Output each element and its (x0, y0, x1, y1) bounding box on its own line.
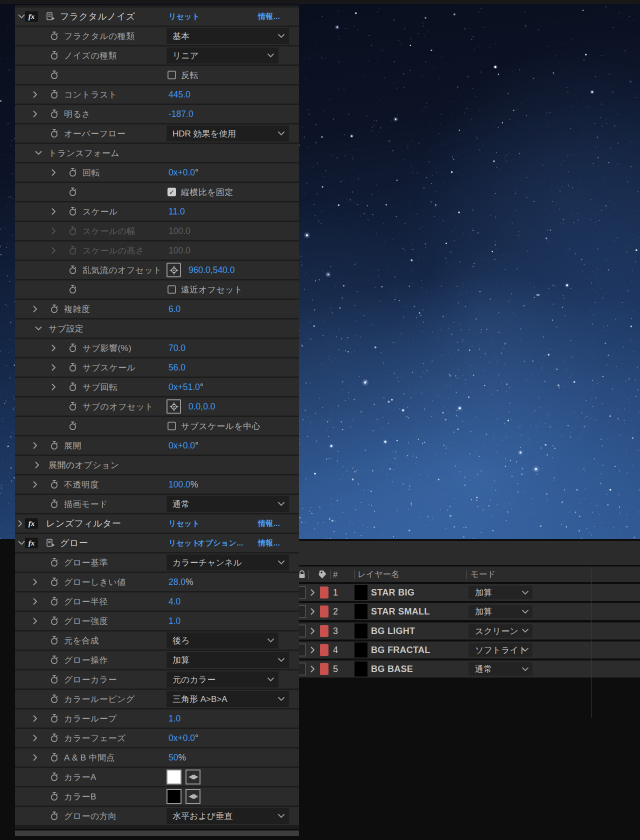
stopwatch-icon-complexity[interactable] (50, 304, 58, 314)
stopwatch-icon-glow-radius[interactable] (50, 597, 58, 606)
layer-label-color[interactable] (320, 586, 328, 598)
layer-row-bg-base[interactable]: 5BG BASE通常 (280, 660, 640, 678)
layer-label-color[interactable] (320, 625, 328, 637)
effect-twirl-lens-filter[interactable] (18, 520, 22, 527)
twirl-opacity[interactable] (33, 481, 38, 488)
twirl-color-loop[interactable] (33, 715, 38, 722)
effect-link-glow-options[interactable]: オプション... (198, 538, 244, 548)
stopwatch-icon-noise-type[interactable] (50, 51, 58, 60)
stopwatch-icon-glow-threshold[interactable] (50, 578, 58, 587)
effect-twirl-fractal-noise[interactable] (18, 14, 25, 19)
param-value-turbulence-offset[interactable]: 960.0,540.0 (188, 265, 234, 276)
stopwatch-icon-glow-intensity[interactable] (50, 616, 58, 626)
fx-toggle-lens-filter[interactable]: fx (25, 518, 38, 529)
group-twirl-sub-settings-group[interactable] (35, 326, 42, 331)
layer-label-color[interactable] (320, 663, 328, 675)
param-value-complexity[interactable]: 6.0 (168, 304, 180, 314)
stopwatch-icon-rotation[interactable] (68, 168, 77, 178)
layer-mode-dropdown[interactable]: ソフトライト (468, 643, 532, 656)
stopwatch-icon-color-b[interactable] (50, 792, 58, 802)
twirl-rotation[interactable] (52, 169, 56, 176)
checkbox-lock-aspect[interactable]: ✓ (168, 188, 176, 196)
panel-bottom-bar[interactable] (15, 830, 299, 836)
param-value-glow-radius[interactable]: 4.0 (168, 596, 180, 607)
effect-name-glow[interactable]: グロー (60, 537, 88, 549)
param-value-scale[interactable]: 11.0 (168, 206, 185, 217)
layer-name[interactable]: BG FRACTAL (371, 644, 430, 655)
dropdown-glow-operation[interactable]: 加算 (166, 652, 289, 668)
lock-icon[interactable] (298, 570, 306, 579)
stopwatch-icon-invert[interactable] (50, 70, 58, 80)
stopwatch-icon-brightness[interactable] (50, 110, 58, 119)
dropdown-color-looping[interactable]: 三角形 A>B>A (166, 691, 289, 707)
dropdown-composite-original[interactable]: 後ろ (166, 632, 278, 648)
param-value-color-phase[interactable]: 0x+0.0° (168, 733, 198, 744)
stopwatch-icon-scale[interactable] (68, 207, 77, 216)
twirl-scale[interactable] (52, 208, 56, 215)
twirl-glow-radius[interactable] (33, 598, 38, 605)
twirl-contrast[interactable] (33, 91, 38, 98)
twirl-sub-influence[interactable] (52, 344, 56, 352)
layer-switch-box[interactable] (298, 644, 306, 656)
stopwatch-icon-glow-direction[interactable] (50, 812, 58, 821)
stopwatch-icon-color-a[interactable] (50, 772, 58, 782)
stopwatch-icon-color-loop[interactable] (50, 714, 58, 724)
fx-toggle-fractal-noise[interactable]: fx (25, 12, 38, 22)
stopwatch-icon-sub-influence[interactable] (68, 344, 77, 353)
twirl-brightness[interactable] (33, 110, 38, 118)
param-value-sub-offset[interactable]: 0.0,0.0 (188, 402, 216, 412)
twirl-sub-scale[interactable] (52, 364, 56, 371)
dropdown-fractal-type[interactable]: 基本 (166, 28, 289, 44)
layer-mode-dropdown[interactable]: 通常 (468, 662, 532, 676)
group-twirl-transform-group[interactable] (35, 151, 42, 156)
twirl-ab-midpoint[interactable] (33, 754, 38, 761)
layer-mode-dropdown[interactable]: スクリーン (468, 624, 532, 638)
stopwatch-icon-contrast[interactable] (50, 90, 58, 100)
dropdown-blend-mode[interactable]: 通常 (166, 496, 289, 512)
twirl-evolution[interactable] (33, 442, 38, 449)
stopwatch-icon-center-subscale[interactable] (68, 422, 77, 431)
checkbox-perspective-offset[interactable] (168, 286, 176, 294)
fx-toggle-glow[interactable]: fx (25, 538, 38, 548)
stopwatch-icon-sub-rotation[interactable] (68, 382, 77, 392)
param-value-glow-threshold[interactable]: 28.0% (168, 577, 194, 588)
layer-twirl-icon[interactable] (310, 646, 315, 654)
dropdown-overflow[interactable]: HDR 効果を使用 (166, 126, 289, 142)
stopwatch-icon-sub-offset[interactable] (68, 402, 77, 412)
column-mode[interactable]: モード (470, 569, 496, 580)
layer-name[interactable]: BG LIGHT (371, 626, 415, 636)
effect-twirl-glow[interactable] (18, 541, 25, 546)
param-value-rotation[interactable]: 0x+0.0° (168, 168, 198, 178)
layer-row-star-big[interactable]: 1STAR BIG加算 (280, 584, 640, 601)
twirl-glow-threshold[interactable] (33, 578, 38, 586)
twirl-sub-rotation[interactable] (52, 384, 56, 390)
dropdown-glow-color[interactable]: 元のカラー (166, 672, 278, 688)
stopwatch-icon-scale-width[interactable] (68, 226, 77, 236)
layer-row-bg-fractal[interactable]: 4BG FRACTALソフトライト (280, 642, 640, 658)
stopwatch-icon-glow-color[interactable] (50, 675, 58, 684)
layer-switch-box[interactable] (298, 586, 306, 599)
layer-twirl-icon[interactable] (310, 589, 315, 596)
param-value-color-loop[interactable]: 1.0 (168, 714, 180, 724)
color-swatch-color-b[interactable] (166, 789, 182, 804)
param-value-evolution[interactable]: 0x+0.0° (168, 440, 198, 451)
dropdown-noise-type[interactable]: リニア (166, 48, 278, 64)
fx-badge-icon[interactable]: fx (25, 538, 38, 548)
layer-name[interactable]: STAR BIG (371, 588, 414, 598)
fx-badge-icon[interactable]: fx (25, 12, 38, 22)
layer-switch-box[interactable] (298, 624, 306, 638)
param-value-contrast[interactable]: 445.0 (168, 90, 190, 100)
group-twirl-evolution-options-group[interactable] (35, 462, 40, 468)
twirl-scale-height[interactable] (52, 247, 56, 254)
checkbox-center-subscale[interactable] (168, 422, 176, 430)
checkbox-invert[interactable] (168, 71, 176, 80)
param-value-sub-scale[interactable]: 56.0 (168, 362, 186, 373)
stopwatch-icon-turbulence-offset[interactable] (68, 266, 77, 275)
fx-badge-icon[interactable]: fx (25, 518, 38, 529)
stopwatch-icon-sub-scale[interactable] (68, 363, 77, 372)
param-value-ab-midpoint[interactable]: 50% (168, 752, 186, 763)
param-value-scale-width[interactable]: 100.0 (168, 226, 190, 236)
eyedropper-icon-color-b[interactable] (186, 789, 200, 804)
effect-link-fractal-noise-info[interactable]: 情報... (258, 12, 280, 22)
twirl-glow-intensity[interactable] (33, 618, 38, 624)
